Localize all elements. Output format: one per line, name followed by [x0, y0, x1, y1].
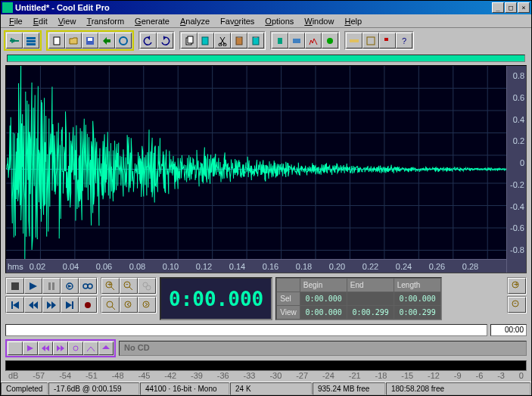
vzoom-in-button[interactable]: +	[508, 278, 526, 294]
mix-paste-button[interactable]	[247, 33, 264, 48]
svg-rect-14	[238, 36, 241, 38]
position-slider[interactable]	[5, 324, 487, 336]
undo-button[interactable]	[140, 33, 157, 48]
go-start-button[interactable]	[6, 297, 24, 313]
cd-extract-button[interactable]	[83, 341, 98, 355]
transport-buttons	[5, 277, 98, 295]
forward-button[interactable]	[42, 297, 61, 313]
overview-bar[interactable]	[7, 55, 525, 62]
vzoom-out-button[interactable]: -	[508, 297, 526, 313]
copy-button[interactable]	[181, 33, 198, 48]
menu-window[interactable]: Window	[299, 15, 339, 27]
svg-text:+: +	[107, 281, 112, 288]
navigation-buttons	[5, 296, 98, 313]
sel-length[interactable]: 0:00.000	[394, 292, 440, 306]
organizer-button[interactable]	[362, 33, 379, 48]
view-begin[interactable]: 0:00.000	[300, 306, 347, 320]
toggle-button[interactable]	[115, 33, 132, 48]
save-button[interactable]	[82, 33, 98, 48]
go-end-button[interactable]	[61, 297, 79, 313]
scripts-button[interactable]	[322, 33, 338, 48]
help-button[interactable]: ?	[396, 33, 412, 48]
spectral-button[interactable]	[305, 33, 322, 48]
file-group	[46, 30, 134, 51]
ruler-button[interactable]	[346, 33, 362, 48]
record-button[interactable]	[79, 297, 97, 313]
open-button[interactable]	[65, 33, 82, 48]
cd-stop-button[interactable]	[8, 341, 23, 355]
waveform-canvas[interactable]: hms 0.02 0.04 0.06 0.08 0.10 0.12 0.14 0…	[6, 66, 506, 273]
cue-button[interactable]	[379, 33, 396, 48]
play-to-end-button[interactable]	[61, 278, 79, 294]
zoom-left-button[interactable]	[120, 297, 138, 313]
maximize-button[interactable]: □	[505, 2, 517, 13]
copy-new-button[interactable]	[198, 33, 214, 48]
zoom-right-button[interactable]	[138, 297, 156, 313]
waveform-view-button[interactable]	[6, 33, 23, 48]
zoom-sel-button[interactable]	[101, 297, 120, 313]
convert-button[interactable]	[98, 33, 115, 48]
menu-transform[interactable]: Transform	[81, 15, 129, 27]
close-button[interactable]: ×	[518, 2, 530, 13]
cd-prev-button[interactable]	[38, 341, 53, 355]
loop-button[interactable]	[79, 278, 97, 294]
status-completed: Completed	[1, 382, 48, 395]
zoom-out-button[interactable]: -	[120, 278, 138, 294]
settings-button[interactable]	[288, 33, 305, 48]
svg-rect-17	[278, 38, 282, 44]
cut-button[interactable]	[214, 33, 231, 48]
menu-edit[interactable]: Edit	[28, 15, 53, 27]
new-button[interactable]	[48, 33, 65, 48]
menu-analyze[interactable]: Analyze	[175, 15, 215, 27]
position-slider-row: 00:00	[1, 323, 531, 338]
cd-repeat-button[interactable]	[68, 341, 83, 355]
cd-status: No CD	[119, 341, 527, 356]
play-button[interactable]	[24, 278, 42, 294]
menu-view[interactable]: View	[53, 15, 82, 27]
cd-play-button[interactable]	[23, 341, 38, 355]
cd-row: No CD	[1, 338, 531, 359]
paste-button[interactable]	[231, 33, 247, 48]
status-time-free: 180:58.208 free	[386, 382, 530, 395]
view-length[interactable]: 0:00.299	[394, 306, 440, 320]
time-ruler[interactable]: hms 0.02 0.04 0.06 0.08 0.10 0.12 0.14 0…	[6, 259, 506, 273]
svg-text:?: ?	[402, 36, 406, 45]
pause-button[interactable]	[42, 278, 61, 294]
trim-button[interactable]	[272, 33, 288, 48]
time-ruler-unit: hms	[8, 262, 23, 271]
titlebar-text: Untitled* - Cool Edit Pro	[15, 3, 492, 12]
svg-rect-1	[26, 37, 36, 39]
amplitude-ruler[interactable]: 0.8 0.6 0.4 0.2 0 -0.2 -0.4 -0.6 -0.8	[506, 66, 526, 273]
svg-rect-9	[188, 36, 193, 43]
titlebar[interactable]: Untitled* - Cool Edit Pro _ □ ×	[1, 1, 531, 14]
col-length: Length	[394, 279, 440, 292]
svg-rect-13	[236, 37, 242, 45]
svg-rect-48	[48, 282, 51, 290]
zoom-full-button[interactable]	[138, 278, 156, 294]
menu-file[interactable]: File	[4, 15, 28, 27]
svg-rect-20	[350, 39, 359, 42]
time-display[interactable]: 0:00.000	[160, 277, 272, 320]
minimize-button[interactable]: _	[492, 2, 504, 13]
menu-favorites[interactable]: Favorites	[215, 15, 260, 27]
svg-rect-47	[11, 282, 19, 290]
svg-point-19	[327, 38, 333, 44]
menu-generate[interactable]: Generate	[129, 15, 175, 27]
menu-options[interactable]: Options	[260, 15, 299, 27]
sel-end[interactable]	[347, 292, 394, 306]
db-scale: dB -57-54 -51-48 -45-42 -39-36 -33-30 -2…	[5, 371, 527, 380]
stop-button[interactable]	[6, 278, 24, 294]
cd-eject-button[interactable]	[98, 341, 114, 355]
multitrack-view-button[interactable]	[23, 33, 39, 48]
zoom-in-button[interactable]: +	[101, 278, 120, 294]
cd-next-button[interactable]	[53, 341, 68, 355]
svg-point-64	[107, 301, 113, 307]
sel-begin[interactable]: 0:00.000	[300, 292, 347, 306]
level-meter[interactable]	[5, 360, 527, 371]
position-time: 00:00	[490, 324, 527, 336]
col-begin: Begin	[300, 279, 347, 292]
rewind-button[interactable]	[24, 297, 42, 313]
redo-button[interactable]	[157, 33, 173, 48]
menu-help[interactable]: Help	[339, 15, 367, 27]
view-end[interactable]: 0:00.299	[347, 306, 394, 320]
